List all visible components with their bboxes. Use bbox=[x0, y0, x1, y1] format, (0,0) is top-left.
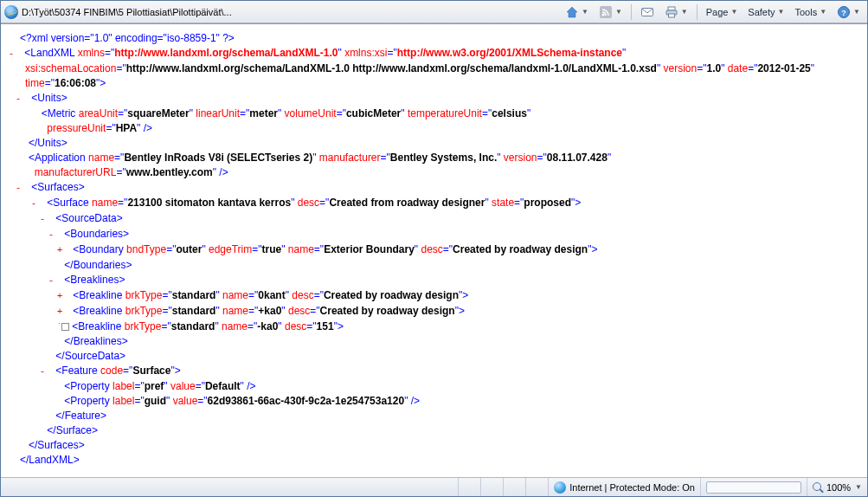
address-text: D:\Työt\50374 FINBIM\5 Pilottiasiat\Pilo… bbox=[22, 7, 232, 17]
toggle-icon[interactable]: + bbox=[61, 243, 70, 258]
toggle-icon[interactable]: ˙ bbox=[61, 323, 69, 331]
status-panel bbox=[526, 478, 549, 496]
svg-rect-3 bbox=[668, 7, 675, 10]
ie-toolbar: D:\Työt\50374 FINBIM\5 Pilottiasiat\Pilo… bbox=[1, 1, 867, 23]
page-menu[interactable]: Page▼ bbox=[703, 3, 742, 21]
zoom-value: 100% bbox=[826, 482, 851, 493]
print-button[interactable]: ▼ bbox=[661, 3, 691, 21]
svg-rect-0 bbox=[600, 6, 612, 18]
content-area: <?xml version="1.0" encoding="iso-8859-1… bbox=[1, 23, 867, 477]
mail-icon bbox=[640, 5, 654, 19]
toggle-icon[interactable]: - bbox=[35, 197, 44, 211]
toggle-icon[interactable]: - bbox=[20, 92, 29, 106]
safety-menu[interactable]: Safety▼ bbox=[744, 3, 788, 21]
home-icon bbox=[565, 5, 579, 19]
toggle-icon[interactable]: - bbox=[13, 47, 22, 61]
help-icon: ? bbox=[837, 5, 851, 19]
feeds-button[interactable]: ▼ bbox=[595, 3, 626, 21]
home-button[interactable]: ▼ bbox=[562, 3, 592, 21]
zone-text: Internet | Protected Mode: On bbox=[569, 482, 695, 493]
read-mail-button[interactable] bbox=[637, 3, 658, 21]
status-panel bbox=[504, 478, 526, 496]
toggle-icon[interactable]: - bbox=[20, 181, 29, 196]
status-bar: Internet | Protected Mode: On 100% ▼ bbox=[1, 477, 867, 496]
toggle-icon[interactable]: - bbox=[44, 365, 53, 379]
svg-point-1 bbox=[601, 13, 604, 16]
toggle-icon[interactable]: + bbox=[61, 289, 70, 304]
status-panel bbox=[459, 478, 481, 496]
status-panel bbox=[481, 478, 504, 496]
status-message-panel bbox=[1, 478, 459, 496]
xml-declaration: <?xml version="1.0" encoding="iso-8859-1… bbox=[20, 32, 235, 44]
help-button[interactable]: ? ▼ bbox=[833, 3, 864, 21]
progress-bar bbox=[706, 481, 801, 494]
printer-icon bbox=[665, 5, 678, 19]
toggle-icon[interactable]: - bbox=[44, 212, 53, 227]
internet-zone-icon bbox=[554, 481, 566, 494]
xml-viewer[interactable]: <?xml version="1.0" encoding="iso-8859-1… bbox=[1, 24, 867, 477]
svg-text:?: ? bbox=[841, 8, 846, 16]
zone-panel[interactable]: Internet | Protected Mode: On bbox=[549, 478, 701, 496]
svg-rect-5 bbox=[668, 14, 674, 17]
address-area: D:\Työt\50374 FINBIM\5 Pilottiasiat\Pilo… bbox=[4, 5, 232, 19]
toggle-icon[interactable]: - bbox=[53, 228, 61, 242]
progress-panel bbox=[701, 478, 807, 496]
toggle-icon[interactable]: + bbox=[61, 305, 70, 320]
toggle-icon[interactable]: - bbox=[53, 274, 61, 288]
zoom-icon bbox=[813, 482, 823, 493]
tools-menu[interactable]: Tools▼ bbox=[791, 3, 830, 21]
ie-icon bbox=[4, 5, 18, 19]
rss-icon bbox=[599, 5, 613, 19]
chevron-down-icon: ▼ bbox=[855, 483, 862, 491]
zoom-control[interactable]: 100% ▼ bbox=[807, 478, 867, 496]
